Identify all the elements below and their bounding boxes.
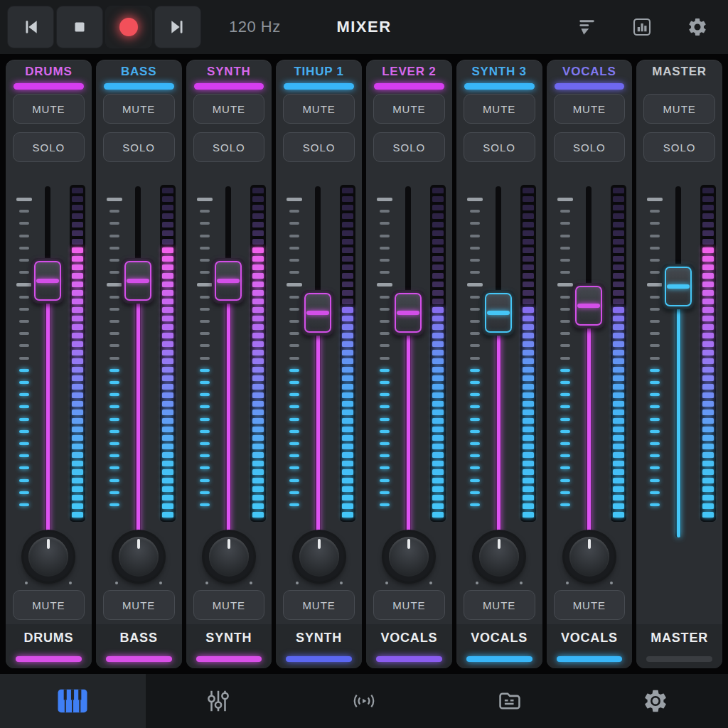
tick-mark xyxy=(377,283,392,287)
mute-button[interactable]: MUTE xyxy=(13,94,85,124)
tempo-display[interactable]: 120 Hz xyxy=(229,0,281,54)
pan-knob[interactable] xyxy=(384,532,434,582)
tick-mark xyxy=(380,393,390,396)
fader-level-line xyxy=(46,299,50,537)
fader-handle[interactable] xyxy=(572,283,605,328)
meter-segment xyxy=(72,384,83,390)
tick-mark xyxy=(289,210,299,213)
fader-handle[interactable] xyxy=(662,264,695,309)
tab-keyboard[interactable] xyxy=(0,674,146,728)
fader-handle[interactable] xyxy=(122,258,154,304)
bottom-mute-button[interactable]: MUTE xyxy=(103,590,175,620)
fader-handle-line xyxy=(36,279,59,283)
meter-segment xyxy=(523,384,534,390)
meter-segment xyxy=(613,324,624,330)
channel-footer-label: SYNTH xyxy=(186,631,272,646)
mute-button[interactable]: MUTE xyxy=(643,94,715,124)
pan-knob[interactable] xyxy=(474,532,524,582)
mute-button[interactable]: MUTE xyxy=(103,94,175,124)
meter-segment xyxy=(432,205,444,210)
meter-segment xyxy=(72,486,83,492)
tick-mark xyxy=(289,235,299,237)
bottom-mute-button[interactable]: MUTE xyxy=(464,590,535,620)
solo-button[interactable]: SOLO xyxy=(103,132,175,162)
fader-handle[interactable] xyxy=(482,290,515,336)
fader-handle[interactable] xyxy=(31,258,64,304)
meter-segment xyxy=(342,486,353,492)
pan-knob-max-dot xyxy=(69,582,72,584)
pan-knob[interactable] xyxy=(114,532,164,582)
solo-button[interactable]: SOLO xyxy=(464,132,535,162)
meter-segment xyxy=(702,290,714,296)
meter-segment xyxy=(432,222,444,228)
meter-segment xyxy=(432,427,444,432)
record-button[interactable] xyxy=(105,6,152,48)
mute-button[interactable]: MUTE xyxy=(283,94,355,124)
settings-button[interactable] xyxy=(685,0,710,54)
meter-segment xyxy=(702,188,714,193)
meter-segment xyxy=(702,341,714,347)
channel-strip[interactable]: DRUMSMUTESOLOMUTEDRUMS xyxy=(6,60,92,668)
channel-color-bar xyxy=(464,83,535,90)
meter-segment xyxy=(613,264,624,270)
solo-button[interactable]: SOLO xyxy=(373,132,445,162)
channel-strip[interactable]: TIHUP 1MUTESOLOMUTESYNTH xyxy=(276,60,362,668)
meter-segment xyxy=(162,452,173,458)
skip-forward-button[interactable] xyxy=(154,6,201,48)
solo-button[interactable]: SOLO xyxy=(283,132,355,162)
bottom-mute-button[interactable]: MUTE xyxy=(13,590,85,620)
channel-strip[interactable]: VOCALSMUTESOLOMUTEVOCALS xyxy=(547,60,633,668)
fader-handle[interactable] xyxy=(392,290,424,336)
solo-button[interactable]: SOLO xyxy=(554,132,626,162)
mute-button[interactable]: MUTE xyxy=(373,94,445,124)
tick-mark xyxy=(200,405,210,408)
channel-strip[interactable]: SYNTHMUTESOLOMUTESYNTH xyxy=(186,60,272,668)
mute-button[interactable]: MUTE xyxy=(554,94,626,124)
tick-mark xyxy=(560,320,570,323)
meter-segment xyxy=(702,247,714,253)
channel-strip[interactable]: LEVER 2MUTESOLOMUTEVOCALS xyxy=(366,60,452,668)
pan-knob[interactable] xyxy=(564,532,614,582)
pan-knob[interactable] xyxy=(23,532,73,582)
tab-files[interactable] xyxy=(437,674,582,728)
chart-button[interactable] xyxy=(630,0,654,54)
solo-button[interactable]: SOLO xyxy=(643,132,715,162)
tab-settings[interactable] xyxy=(582,674,728,728)
tab-mixer[interactable] xyxy=(146,674,291,728)
meter-segment xyxy=(523,256,534,262)
bottom-mute-button[interactable]: MUTE xyxy=(283,590,355,620)
solo-button[interactable]: SOLO xyxy=(193,132,265,162)
meter-segment xyxy=(162,367,173,373)
tick-mark xyxy=(289,430,299,433)
bottom-mute-button[interactable]: MUTE xyxy=(193,590,265,620)
stop-button[interactable] xyxy=(56,6,103,48)
tick-mark xyxy=(289,247,299,250)
meter-segment xyxy=(72,239,83,245)
mute-button[interactable]: MUTE xyxy=(464,94,535,124)
meter-segment xyxy=(702,469,714,475)
solo-button[interactable]: SOLO xyxy=(13,132,85,162)
pan-knob[interactable] xyxy=(294,532,344,582)
bottom-mute-button[interactable]: MUTE xyxy=(373,590,445,620)
filter-button[interactable] xyxy=(574,0,599,54)
filter-icon xyxy=(576,16,597,38)
meter-segment xyxy=(252,196,264,202)
pan-knob[interactable] xyxy=(204,532,254,582)
channel-strip[interactable]: BASSMUTESOLOMUTEBASS xyxy=(96,60,182,668)
tick-mark xyxy=(560,222,570,225)
meter-segment xyxy=(252,375,264,381)
fader-handle[interactable] xyxy=(212,258,245,304)
mute-button[interactable]: MUTE xyxy=(193,94,265,124)
channel-strip[interactable]: MASTERMUTESOLOMASTER xyxy=(636,60,722,668)
meter-segment xyxy=(702,512,714,518)
tab-broadcast[interactable] xyxy=(291,674,437,728)
top-bar: 120 Hz MIXER xyxy=(0,0,728,54)
channel-strip[interactable]: SYNTH 3MUTESOLOMUTEVOCALS xyxy=(456,60,542,668)
meter-segment xyxy=(613,478,624,483)
meter-segment xyxy=(432,230,444,236)
skip-back-button[interactable] xyxy=(7,6,54,48)
meter-segment xyxy=(613,418,624,424)
tick-mark xyxy=(650,418,660,421)
fader-handle[interactable] xyxy=(301,290,334,336)
bottom-mute-button[interactable]: MUTE xyxy=(554,590,626,620)
